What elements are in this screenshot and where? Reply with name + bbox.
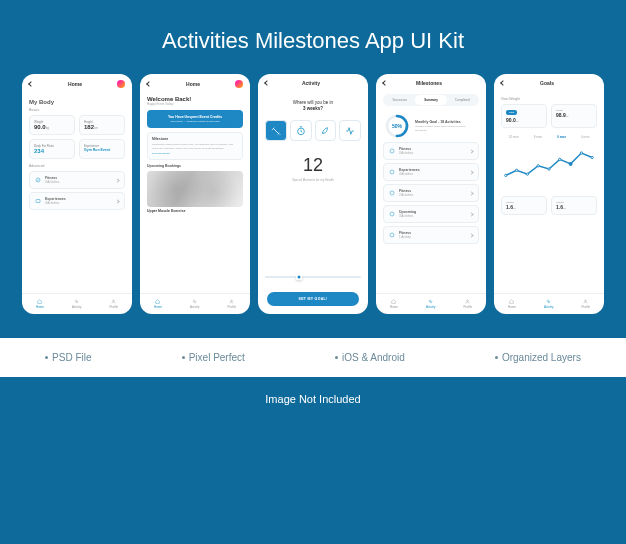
profile-icon [111,299,116,304]
banner-sub: Gym Today — schedule credits for new her… [152,120,238,123]
cat-pulse[interactable] [339,120,361,142]
nav-activity[interactable]: Activity [190,299,200,309]
back-icon[interactable] [382,80,388,86]
nav-profile-label: Profile [109,305,118,309]
bodyfat-value: 234 [34,148,70,154]
svg-point-13 [505,174,507,176]
experience-card[interactable]: Experience Gym Run Event [79,139,125,159]
header: Home [22,74,132,92]
goal-subtitle: Gain Weight [501,97,597,101]
home-icon [155,299,160,304]
stat-unit: kg [513,207,516,210]
bodyfat-card[interactable]: Body Fat Ratio 234 [29,139,75,159]
weight-card[interactable]: Weight 90.0kg [29,115,75,135]
advanced-label: Advanced [29,164,125,168]
home-icon [37,299,42,304]
item-sub: 3 Activities [399,151,466,155]
pulse-icon [345,126,355,136]
nav-activity[interactable]: Activity [544,299,554,309]
cat-timer[interactable] [290,120,312,142]
screen-milestones: Milestones Successes Summary Completed 5… [376,74,486,314]
stat-card: Fitness1.6kg [501,196,547,215]
weight-unit: kg [46,126,49,130]
milestone-item[interactable]: Experiences3 Activities [383,163,479,181]
features-bar: PSD File Pixel Perfect iOS & Android Org… [0,338,626,377]
credits-banner[interactable]: You Have Unspent Event Credits Gym Today… [147,110,243,128]
milestone-icon [389,190,395,196]
milestone-icon [389,148,395,154]
set-goal-button[interactable]: SET MY GOAL! [267,292,359,306]
svg-point-3 [231,300,233,302]
back-icon[interactable] [500,80,506,86]
category-icons [265,120,361,142]
time-tab[interactable]: 8 mon [534,135,542,139]
experiences-sub: 3 Activities [45,201,112,205]
svg-point-20 [580,152,582,154]
back-icon[interactable] [28,81,34,87]
goal-desc: Olanredi t minim lorem ipsum ipsum od mo… [415,125,477,132]
fitness-item[interactable]: Fitness3 Activities [29,171,125,189]
experiences-item[interactable]: Experiences3 Activities [29,192,125,210]
nav-activity-label: Activity [72,305,82,309]
svg-point-18 [559,158,561,160]
milestone-tabs: Successes Summary Completed [383,94,479,106]
tab-summary[interactable]: Summary [415,95,446,105]
chevron-right-icon [115,199,119,203]
booking-image[interactable] [147,171,243,207]
milestone-icon [389,169,395,175]
nav-profile[interactable]: Profile [109,299,118,309]
milestone-item[interactable]: Fitness1 Activity [383,226,479,244]
milestone-card[interactable]: Milestone Consectetur minim lorem ipsum … [147,132,243,160]
nav-home-label: Home [390,305,398,309]
nav-home[interactable]: Home [508,299,516,309]
nav-profile[interactable]: Profile [227,299,236,309]
chevron-right-icon [469,191,473,195]
back-icon[interactable] [146,81,152,87]
time-tab[interactable]: 6 mon [557,135,566,139]
home-icon [509,299,514,304]
svg-point-21 [591,156,593,158]
nav-home[interactable]: Home [36,299,44,309]
height-value: 182 [84,124,94,130]
back-icon[interactable] [264,80,270,86]
footer-note: Image Not Included [0,377,626,421]
svg-point-15 [526,173,528,175]
dumbbell-icon [271,126,281,136]
stat-card: Fitness1.6kg [551,196,597,215]
nav-home[interactable]: Home [390,299,398,309]
nav-activity[interactable]: Activity [426,299,436,309]
nav-profile[interactable]: Profile [581,299,590,309]
basics-label: Basics [29,108,125,112]
timer-icon [296,126,306,136]
milestone-item[interactable]: Upcoming3 Activities [383,205,479,223]
activity-icon [546,299,551,304]
activity-question: Where will you be in3 weeks? [265,94,361,116]
height-card[interactable]: Height 182cm [79,115,125,135]
cat-leaf[interactable] [315,120,337,142]
tab-successes[interactable]: Successes [384,95,415,105]
milestone-item[interactable]: Fitness2 Activities [383,184,479,202]
avatar[interactable] [235,80,243,88]
nav-profile[interactable]: Profile [463,299,472,309]
nav-home[interactable]: Home [154,299,162,309]
time-tab[interactable]: 10 mon [509,135,519,139]
milestone-item[interactable]: Fitness3 Activities [383,142,479,160]
goal-slider[interactable] [265,276,361,278]
avatar[interactable] [117,80,125,88]
header: Activity [258,74,368,90]
activity-icon [192,299,197,304]
feature-item: iOS & Android [335,352,405,363]
cat-dumbbell[interactable] [265,120,287,142]
chevron-right-icon [469,233,473,237]
progress-chart [501,144,597,194]
svg-point-17 [548,168,550,170]
goal-title: Monthly Goal - 18 Activities [415,120,477,124]
nav-activity[interactable]: Activity [72,299,82,309]
time-tab[interactable]: 4 mon [581,135,589,139]
start-value: 90.0 [506,117,516,123]
tab-completed[interactable]: Completed [447,95,478,105]
nav-home-label: Home [508,305,516,309]
nav-activity-label: Activity [426,305,436,309]
svg-point-8 [390,170,394,174]
slider-thumb[interactable] [295,274,302,281]
